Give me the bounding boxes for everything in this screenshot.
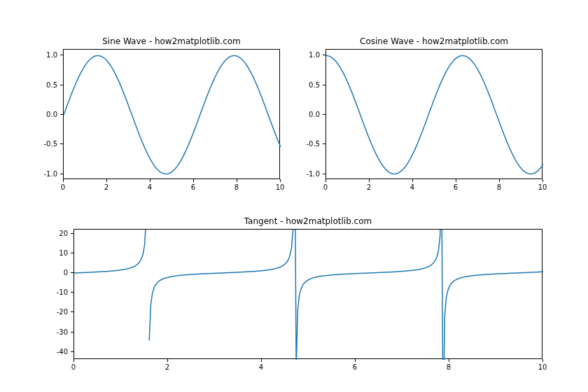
x-tick-label: 6 [191,183,195,191]
x-tick-label: 0 [61,183,65,191]
x-tick [193,179,194,182]
x-tick-label: 2 [367,183,371,191]
plot-area [63,49,280,179]
x-tick-label: 4 [148,183,152,191]
y-tick [71,253,74,253]
y-tick [60,85,63,85]
figure: Sine Wave - how2matplotlib.com 0246810 -… [0,0,588,392]
y-tick-label: 0.5 [46,80,57,88]
y-tick [71,312,74,312]
x-tick [167,359,168,362]
y-tick [60,55,63,55]
y-tick [60,174,63,174]
x-tick [542,179,543,182]
x-tick-label: 2 [104,183,108,191]
y-tick-label: 20 [59,229,68,237]
y-tick [323,85,326,85]
x-tick [74,359,74,362]
y-tick [71,351,74,352]
y-tick [60,144,63,144]
x-tick [542,359,543,362]
y-tick-label: -0.5 [43,140,57,148]
x-tick-label: 8 [234,183,239,191]
x-tick-label: 6 [454,183,458,191]
x-tick-label: 10 [538,183,547,191]
y-tick-label: -10 [57,288,68,296]
x-tick [63,179,64,182]
x-tick-label: 10 [538,363,547,371]
x-tick [106,179,107,182]
y-tick [71,332,74,332]
y-tick-label: 0 [64,269,68,276]
x-tick-label: 4 [259,363,263,371]
line-series-sine [64,50,281,180]
y-tick-label: 10 [59,248,68,256]
y-tick [71,272,74,273]
chart-title: Sine Wave - how2matplotlib.com [102,36,241,46]
x-tick [261,359,262,362]
x-tick [499,179,500,182]
y-tick-label: 1.0 [309,51,320,59]
y-tick [323,144,326,144]
x-tick [456,179,456,182]
x-tick-label: 0 [71,363,76,371]
y-tick [323,174,326,174]
x-tick-label: 0 [323,183,328,191]
x-tick-label: 2 [165,363,169,371]
x-tick-label: 4 [410,183,414,191]
y-tick [71,233,74,234]
line-series-tangent [74,230,543,360]
x-tick-label: 6 [353,363,357,371]
y-tick-label: 0.0 [309,111,320,118]
x-tick [449,359,449,362]
y-tick [71,292,74,293]
y-tick-label: -1.0 [306,169,320,177]
x-tick [150,179,150,182]
chart-title: Tangent - how2matplotlib.com [244,216,372,226]
y-tick-label: -1.0 [43,169,57,177]
y-tick [323,55,326,55]
plot-area [326,49,542,179]
y-tick-label: 1.0 [46,51,57,59]
x-tick-label: 8 [497,183,501,191]
y-tick [323,114,326,115]
x-tick [412,179,413,182]
y-tick-label: -30 [57,328,68,335]
chart-title: Cosine Wave - how2matplotlib.com [360,36,508,46]
y-tick-label: -0.5 [306,140,320,148]
x-tick [237,179,237,182]
x-tick-label: 8 [447,363,451,371]
y-tick-label: -40 [57,347,68,355]
line-series-cosine [326,50,543,180]
x-tick [355,359,356,362]
y-tick-label: -20 [57,308,68,316]
plot-area [74,229,542,359]
y-tick-label: 0.5 [309,80,320,88]
x-tick [369,179,370,182]
y-tick-label: 0.0 [46,111,57,118]
y-tick [60,114,63,115]
x-tick [326,179,326,182]
x-tick [280,179,281,182]
x-tick-label: 10 [276,183,285,191]
